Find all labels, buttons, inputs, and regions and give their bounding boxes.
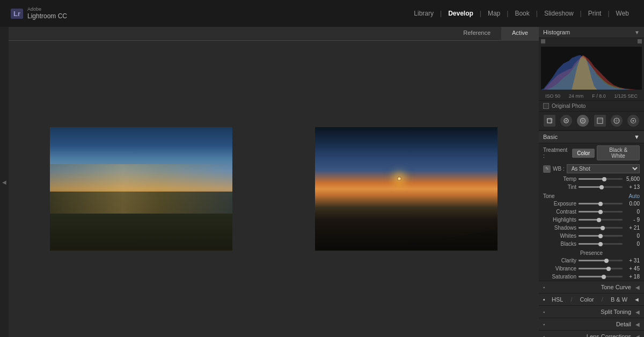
svg-point-7 [582, 120, 584, 122]
presence-section-label: Presence [539, 248, 644, 257]
blacks-slider-track[interactable] [579, 243, 623, 245]
whites-slider-track[interactable] [579, 235, 623, 237]
temp-value: 5,600 [625, 176, 640, 182]
tone-label: Tone [543, 193, 555, 199]
vibrance-slider-fill [579, 268, 609, 269]
nav-develop[interactable]: Develop [444, 8, 478, 19]
tool-icons-row [539, 112, 644, 130]
eyedropper-icon[interactable]: ✎ [543, 165, 551, 173]
left-arrow-icon[interactable]: ◀ [2, 179, 6, 185]
photos-container [9, 41, 539, 337]
shadows-slider-thumb[interactable] [601, 226, 605, 230]
adobe-label: Adobe [27, 6, 67, 12]
nav-web[interactable]: Web [612, 8, 633, 19]
nav-sep-2: | [479, 10, 482, 17]
contrast-slider-thumb[interactable] [598, 210, 603, 214]
shadows-slider-fill [579, 227, 603, 229]
exposure-slider-thumb[interactable] [598, 202, 603, 206]
nav-book[interactable]: Book [510, 8, 533, 19]
settings-tool-icon[interactable] [627, 115, 639, 127]
contrast-slider-row: Contrast 0 [539, 208, 644, 216]
shadows-label: Shadows [543, 225, 576, 231]
histogram-corner-tl[interactable] [541, 39, 545, 43]
exif-iso: ISO 50 [545, 93, 560, 99]
lens-corrections-section[interactable]: ▪ Lens Corrections ◀ [539, 330, 644, 337]
nav-print[interactable]: Print [584, 8, 606, 19]
blacks-value: 0 [625, 241, 640, 247]
vibrance-value: + 45 [625, 266, 640, 272]
tab-reference[interactable]: Reference [9, 27, 501, 41]
temp-slider-track[interactable] [579, 178, 623, 180]
detail-section[interactable]: ▪ Detail ◀ [539, 318, 644, 330]
clarity-label: Clarity [543, 258, 576, 263]
histogram-corner-tr[interactable] [638, 39, 642, 43]
treatment-label: Treatment : [543, 147, 570, 159]
exposure-label: Exposure [543, 201, 576, 207]
nav-sep-3: | [506, 10, 509, 17]
radial-tool-icon[interactable] [577, 115, 589, 127]
right-panel: Histogram ▼ ISO 50 [539, 27, 644, 337]
shadows-slider-track[interactable] [579, 227, 623, 229]
clarity-slider-thumb[interactable] [604, 259, 609, 263]
whites-slider-row: Whites 0 [539, 232, 644, 240]
clarity-slider-track[interactable] [579, 260, 623, 261]
temp-slider-thumb[interactable] [602, 177, 606, 181]
whites-slider-thumb[interactable] [598, 234, 603, 238]
detail-label: Detail [547, 321, 635, 327]
heal-tool-icon[interactable] [560, 115, 572, 127]
saturation-slider-thumb[interactable] [602, 275, 606, 279]
histogram-chevron-icon: ▼ [634, 30, 640, 35]
basic-section-header[interactable]: Basic ▼ [539, 130, 644, 143]
highlights-value: - 9 [625, 217, 640, 223]
tint-slider-track[interactable] [579, 186, 623, 188]
left-panel[interactable]: ◀ [0, 27, 9, 337]
blacks-slider-thumb[interactable] [598, 242, 603, 246]
lens-corrections-label: Lens Corrections [547, 333, 635, 337]
shadows-slider-row: Shadows + 21 [539, 224, 644, 232]
tint-slider-thumb[interactable] [599, 185, 604, 189]
highlights-slider-fill [579, 219, 599, 221]
gradient-tool-icon[interactable] [594, 115, 606, 127]
tab-active[interactable]: Active [501, 27, 539, 41]
wb-select[interactable]: As Shot Auto Daylight Cloudy Custom [567, 164, 640, 173]
lens-corrections-toggle-icon: ◀ [635, 334, 640, 338]
highlights-label: Highlights [543, 217, 576, 223]
original-photo-row: Original Photo [539, 101, 644, 112]
tint-label: Tint [543, 184, 576, 190]
svg-rect-8 [597, 118, 603, 123]
nav-library[interactable]: Library [409, 8, 438, 19]
crop-tool-icon[interactable] [544, 115, 555, 127]
highlights-slider-track[interactable] [579, 219, 623, 221]
exposure-slider-row: Exposure 0.00 [539, 200, 644, 208]
brush-tool-icon[interactable] [611, 115, 623, 127]
reference-photo-image [50, 127, 232, 251]
tone-curve-section[interactable]: ▪ Tone Curve ◀ [539, 281, 644, 293]
treatment-row: Treatment : Color Black & White [539, 143, 644, 163]
vibrance-slider-thumb[interactable] [606, 267, 611, 271]
blacks-label: Blacks [543, 241, 576, 247]
hsl-section[interactable]: ▪ HSL / Color / B & W ◄ [539, 293, 644, 305]
hsl-sep-1: / [569, 296, 573, 303]
histogram-header[interactable]: Histogram ▼ [539, 27, 644, 38]
hsl-toggle-icon: ◄ [634, 296, 640, 303]
split-toning-section[interactable]: ▪ Split Toning ◀ [539, 305, 644, 318]
saturation-slider-track[interactable] [579, 276, 623, 277]
bw-treatment-btn[interactable]: Black & White [597, 145, 640, 160]
logo-area: Lr Adobe Lightroom CC [11, 6, 67, 20]
blacks-slider-fill [579, 243, 601, 245]
temp-slider-row: Temp 5,600 [539, 175, 644, 183]
color-treatment-btn[interactable]: Color [572, 149, 595, 158]
exposure-slider-track[interactable] [579, 203, 623, 204]
tone-curve-toggle-icon: ◀ [635, 284, 640, 290]
vibrance-slider-track[interactable] [579, 268, 623, 269]
nav-sep-5: | [579, 10, 583, 17]
main-area: ◀ Reference Active Histogram ▼ [0, 27, 644, 337]
nav-map[interactable]: Map [484, 8, 504, 19]
auto-button[interactable]: Auto [628, 193, 640, 199]
highlights-slider-row: Highlights - 9 [539, 216, 644, 224]
original-photo-checkbox[interactable] [543, 103, 549, 109]
highlights-slider-thumb[interactable] [597, 218, 601, 222]
basic-chevron-icon: ▼ [634, 134, 640, 140]
contrast-slider-track[interactable] [579, 211, 623, 213]
nav-slideshow[interactable]: Slideshow [540, 8, 578, 19]
